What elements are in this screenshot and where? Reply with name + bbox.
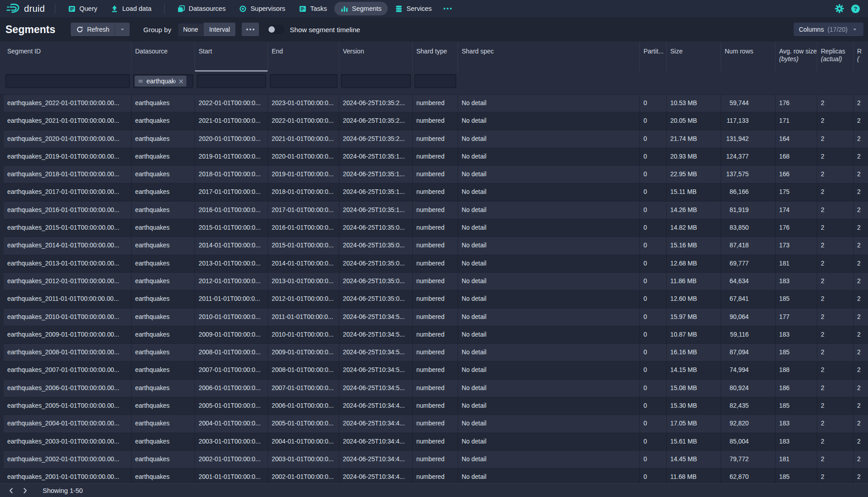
- cell-avg_row_size[interactable]: 171: [775, 112, 817, 130]
- cell-version[interactable]: 2024-06-25T10:35:0...: [339, 219, 413, 236]
- cell-avg_row_size[interactable]: 181: [775, 255, 817, 272]
- cell-avg_row_size[interactable]: 177: [775, 309, 817, 326]
- cell-end[interactable]: 2021-01-01T00:00:0...: [268, 130, 339, 148]
- cell-segment_id[interactable]: earthquakes_2022-01-01T00:00:00.00...: [4, 95, 132, 112]
- cell-replicas[interactable]: 2: [817, 309, 853, 326]
- cell-size[interactable]: 15.30 MB: [667, 397, 721, 415]
- cell-avg_row_size[interactable]: 183: [775, 326, 817, 343]
- cell-start[interactable]: 2021-01-01T00:00:0...: [195, 112, 268, 130]
- cell-shard_spec[interactable]: No detail: [458, 326, 640, 343]
- cell-avg_row_size[interactable]: 183: [775, 273, 817, 290]
- cell-segment_id[interactable]: earthquakes_2001-01-01T00:00:00.00...: [4, 468, 132, 483]
- filter-input-shard_type[interactable]: [414, 74, 456, 88]
- cell-partition[interactable]: 0: [640, 362, 667, 379]
- cell-num_rows[interactable]: 87,418: [721, 237, 775, 254]
- cell-datasource[interactable]: earthquakes: [132, 344, 195, 361]
- nav-item-supervisors[interactable]: Supervisors: [233, 2, 292, 15]
- cell-datasource[interactable]: earthquakes: [132, 148, 195, 165]
- refresh-dropdown-button[interactable]: [115, 23, 130, 36]
- cell-repl_factor[interactable]: 2: [853, 112, 868, 130]
- cell-size[interactable]: 16.16 MB: [667, 344, 721, 361]
- cell-shard_type[interactable]: numbered: [413, 397, 458, 415]
- cell-num_rows[interactable]: 69,777: [721, 255, 775, 272]
- cell-repl_factor[interactable]: 2: [853, 290, 868, 308]
- cell-shard_spec[interactable]: No detail: [458, 166, 640, 183]
- cell-shard_spec[interactable]: No detail: [458, 148, 640, 165]
- cell-avg_row_size[interactable]: 185: [775, 290, 817, 308]
- cell-partition[interactable]: 0: [640, 468, 667, 483]
- cell-segment_id[interactable]: earthquakes_2002-01-01T00:00:00.00...: [4, 451, 132, 468]
- cell-shard_type[interactable]: numbered: [413, 130, 458, 148]
- help-icon[interactable]: ?: [851, 5, 860, 13]
- cell-shard_spec[interactable]: No detail: [458, 219, 640, 236]
- cell-start[interactable]: 2008-01-01T00:00:0...: [195, 344, 268, 361]
- cell-start[interactable]: 2020-01-01T00:00:0...: [195, 130, 268, 148]
- cell-end[interactable]: 2020-01-01T00:00:0...: [268, 148, 339, 165]
- cell-replicas[interactable]: 2: [817, 95, 853, 112]
- cell-avg_row_size[interactable]: 174: [775, 202, 817, 219]
- cell-end[interactable]: 2009-01-01T00:00:0...: [268, 344, 339, 361]
- cell-repl_factor[interactable]: 2: [853, 95, 868, 112]
- cell-replicas[interactable]: 2: [817, 433, 853, 450]
- cell-shard_type[interactable]: numbered: [413, 451, 458, 468]
- cell-avg_row_size[interactable]: 164: [775, 130, 817, 148]
- cell-shard_type[interactable]: numbered: [413, 219, 458, 236]
- cell-num_rows[interactable]: 64,634: [721, 273, 775, 290]
- cell-avg_row_size[interactable]: 166: [775, 166, 817, 183]
- cell-shard_type[interactable]: numbered: [413, 237, 458, 254]
- cell-replicas[interactable]: 2: [817, 326, 853, 343]
- cell-version[interactable]: 2024-06-25T10:35:1...: [339, 202, 413, 219]
- cell-size[interactable]: 15.16 MB: [667, 237, 721, 254]
- cell-avg_row_size[interactable]: 168: [775, 148, 817, 165]
- filter-input-end[interactable]: [270, 74, 337, 88]
- cell-replicas[interactable]: 2: [817, 380, 853, 397]
- next-page-button[interactable]: [18, 485, 32, 497]
- cell-size[interactable]: 14.45 MB: [667, 451, 721, 468]
- cell-avg_row_size[interactable]: 176: [775, 219, 817, 236]
- cell-repl_factor[interactable]: 2: [853, 183, 868, 201]
- cell-shard_spec[interactable]: No detail: [458, 273, 640, 290]
- cell-repl_factor[interactable]: 2: [853, 237, 868, 254]
- column-header-shard_spec[interactable]: Shard spec: [458, 42, 640, 72]
- cell-avg_row_size[interactable]: 188: [775, 362, 817, 379]
- cell-datasource[interactable]: earthquakes: [132, 326, 195, 343]
- cell-partition[interactable]: 0: [640, 112, 667, 130]
- cell-segment_id[interactable]: earthquakes_2006-01-01T00:00:00.00...: [4, 380, 132, 397]
- cell-shard_type[interactable]: numbered: [413, 468, 458, 483]
- cell-replicas[interactable]: 2: [817, 255, 853, 272]
- cell-size[interactable]: 12.60 MB: [667, 290, 721, 308]
- cell-end[interactable]: 2018-01-01T00:00:0...: [268, 183, 339, 201]
- cell-replicas[interactable]: 2: [817, 148, 853, 165]
- cell-size[interactable]: 20.93 MB: [667, 148, 721, 165]
- cell-size[interactable]: 15.97 MB: [667, 309, 721, 326]
- cell-datasource[interactable]: earthquakes: [132, 166, 195, 183]
- cell-end[interactable]: 2017-01-01T00:00:0...: [268, 202, 339, 219]
- cell-datasource[interactable]: earthquakes: [132, 237, 195, 254]
- column-header-segment_id[interactable]: Segment ID: [4, 42, 132, 72]
- cell-replicas[interactable]: 2: [817, 451, 853, 468]
- cell-size[interactable]: 14.26 MB: [667, 202, 721, 219]
- cell-datasource[interactable]: earthquakes: [132, 380, 195, 397]
- cell-avg_row_size[interactable]: 181: [775, 451, 817, 468]
- cell-datasource[interactable]: earthquakes: [132, 255, 195, 272]
- cell-segment_id[interactable]: earthquakes_2013-01-01T00:00:00.00...: [4, 255, 132, 272]
- cell-start[interactable]: 2003-01-01T00:00:0...: [195, 433, 268, 450]
- cell-segment_id[interactable]: earthquakes_2005-01-01T00:00:00.00...: [4, 397, 132, 415]
- cell-version[interactable]: 2024-06-25T10:34:4...: [339, 468, 413, 483]
- cell-repl_factor[interactable]: 2: [853, 344, 868, 361]
- cell-partition[interactable]: 0: [640, 326, 667, 343]
- cell-end[interactable]: 2010-01-01T00:00:0...: [268, 326, 339, 343]
- cell-start[interactable]: 2010-01-01T00:00:0...: [195, 309, 268, 326]
- cell-shard_type[interactable]: numbered: [413, 148, 458, 165]
- cell-start[interactable]: 2007-01-01T00:00:0...: [195, 362, 268, 379]
- cell-repl_factor[interactable]: 2: [853, 309, 868, 326]
- cell-num_rows[interactable]: 124,377: [721, 148, 775, 165]
- column-header-size[interactable]: Size: [667, 42, 721, 72]
- cell-num_rows[interactable]: 92,820: [721, 415, 775, 432]
- column-header-datasource[interactable]: Datasource: [132, 42, 195, 72]
- filter-input-start[interactable]: [197, 74, 266, 88]
- cell-repl_factor[interactable]: 2: [853, 166, 868, 183]
- cell-start[interactable]: 2019-01-01T00:00:0...: [195, 148, 268, 165]
- cell-segment_id[interactable]: earthquakes_2011-01-01T00:00:00.00...: [4, 290, 132, 308]
- cell-end[interactable]: 2003-01-01T00:00:0...: [268, 451, 339, 468]
